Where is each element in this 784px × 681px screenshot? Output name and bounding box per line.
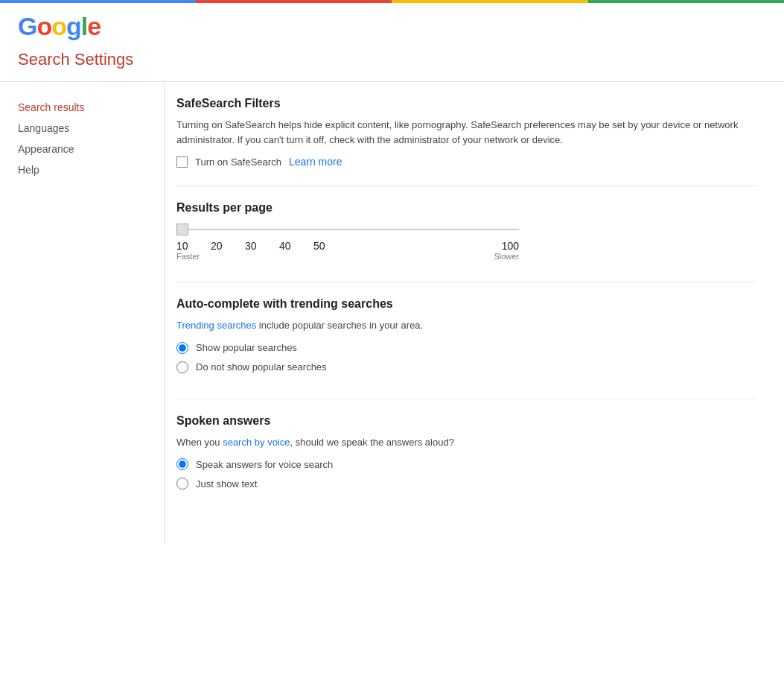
safesearch-checkbox-row: Turn on SafeSearch Learn more — [176, 156, 756, 168]
safesearch-section: SafeSearch Filters Turning on SafeSearch… — [176, 97, 756, 186]
safesearch-checkbox-label: Turn on SafeSearch — [195, 156, 281, 168]
logo-g2: g — [66, 12, 81, 40]
show-popular-label: Show popular searches — [196, 342, 297, 353]
just-text-row: Just show text — [176, 478, 756, 490]
slider-label-30: 30 — [245, 240, 279, 261]
slider-container: 10 Faster 20 30 40 50 — [176, 222, 756, 261]
spoken-answers-description: When you search by voice, should we spea… — [176, 435, 756, 450]
spoken-answers-section: Spoken answers When you search by voice,… — [176, 414, 756, 516]
speak-answers-radio[interactable] — [176, 458, 188, 470]
content-area: SafeSearch Filters Turning on SafeSearch… — [164, 82, 774, 545]
just-text-radio[interactable] — [176, 478, 188, 490]
voice-link[interactable]: search by voice — [223, 437, 290, 448]
slider-label-20: 20 — [211, 240, 245, 261]
results-per-page-section: Results per page 10 Faster 20 30 — [176, 201, 756, 282]
speak-answers-label: Speak answers for voice search — [196, 459, 333, 470]
logo-l: l — [81, 12, 87, 40]
autocomplete-title: Auto-complete with trending searches — [176, 297, 756, 311]
slider-label-40: 40 — [279, 240, 313, 261]
show-popular-radio[interactable] — [176, 342, 188, 354]
slider-label-100: 100 Slower — [485, 240, 519, 261]
autocomplete-section: Auto-complete with trending searches Tre… — [176, 297, 756, 399]
trending-link[interactable]: Trending searches — [176, 320, 256, 331]
logo-e: e — [87, 12, 101, 40]
just-text-label: Just show text — [196, 478, 257, 490]
logo-o2: o — [51, 12, 66, 40]
slider-label-10: 10 Faster — [176, 240, 211, 261]
logo-g: G — [18, 12, 36, 40]
dont-show-label: Do not show popular searches — [196, 361, 327, 373]
page-title: Search Settings — [0, 41, 784, 82]
header: Google — [0, 3, 784, 41]
slider-line — [176, 229, 519, 230]
dont-show-popular-row: Do not show popular searches — [176, 361, 756, 373]
slider-label-spacer — [348, 240, 485, 261]
slider-label-50: 50 — [313, 240, 348, 261]
dont-show-radio[interactable] — [176, 361, 188, 373]
sidebar: Search results Languages Appearance Help — [0, 82, 164, 545]
results-per-page-title: Results per page — [176, 201, 756, 215]
sidebar-item-languages[interactable]: Languages — [18, 118, 146, 139]
safesearch-checkbox[interactable] — [176, 156, 188, 168]
main-layout: Search results Languages Appearance Help… — [0, 82, 784, 545]
sidebar-item-appearance[interactable]: Appearance — [18, 139, 146, 159]
logo-o1: o — [36, 12, 51, 40]
slider-track — [176, 222, 519, 237]
google-logo: Google — [18, 12, 101, 41]
sidebar-item-search-results[interactable]: Search results — [18, 97, 146, 118]
autocomplete-description: Trending searches include popular search… — [176, 318, 756, 333]
safesearch-description: Turning on SafeSearch helps hide explici… — [176, 118, 756, 147]
learn-more-link[interactable]: Learn more — [289, 156, 342, 168]
sidebar-item-help[interactable]: Help — [18, 159, 146, 180]
speak-answers-row: Speak answers for voice search — [176, 458, 756, 470]
slider-thumb[interactable] — [176, 224, 188, 235]
slider-labels: 10 Faster 20 30 40 50 — [176, 240, 519, 261]
safesearch-title: SafeSearch Filters — [176, 97, 756, 110]
show-popular-row: Show popular searches — [176, 342, 756, 354]
spoken-answers-title: Spoken answers — [176, 414, 756, 428]
